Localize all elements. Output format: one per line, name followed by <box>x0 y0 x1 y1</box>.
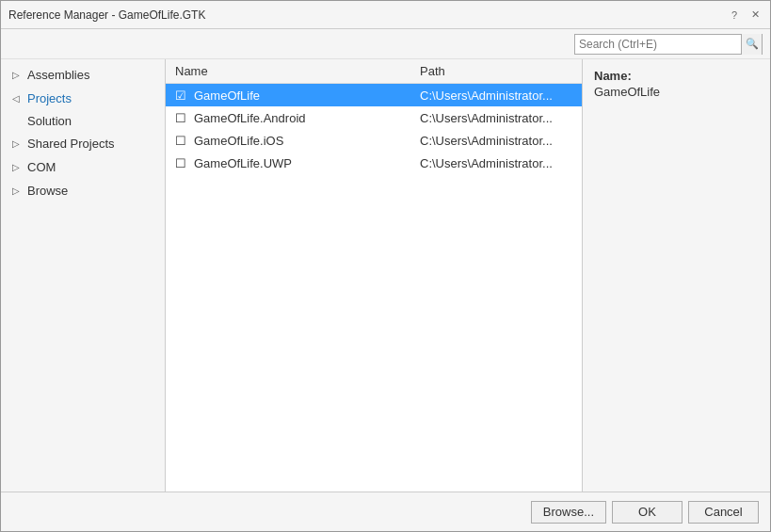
table-row[interactable]: ☐ GameOfLife.UWP C:\Users\Administrator.… <box>166 152 582 174</box>
browse-arrow-icon: ▷ <box>12 185 24 196</box>
sidebar-item-label: Shared Projects <box>27 137 115 151</box>
dialog-window: Reference Manager - GameOfLife.GTK ? ✕ 🔍… <box>0 0 771 532</box>
browse-button[interactable]: Browse... <box>531 501 606 524</box>
row-path-3: C:\Users\Administrator... <box>420 156 572 170</box>
row-path-1: C:\Users\Administrator... <box>420 111 572 125</box>
info-name-value: GameOfLife <box>594 85 759 99</box>
table-row[interactable]: ☑ GameOfLife C:\Users\Administrator... <box>166 84 582 106</box>
sidebar-item-label: Assemblies <box>27 68 89 82</box>
footer: Browse... OK Cancel <box>1 492 770 531</box>
sidebar-item-assemblies[interactable]: ▷ Assemblies <box>1 63 165 87</box>
sidebar-item-solution[interactable]: Solution <box>1 110 165 132</box>
table-header: Name Path <box>166 59 582 84</box>
search-icon[interactable]: 🔍 <box>741 34 762 55</box>
row-name-1: GameOfLife.Android <box>194 111 420 125</box>
content-area: Name Path ☑ GameOfLife C:\Users\Administ… <box>166 59 582 492</box>
table-body: ☑ GameOfLife C:\Users\Administrator... ☐… <box>166 84 582 492</box>
row-checkbox-3[interactable]: ☐ <box>175 156 194 170</box>
sidebar-item-browse[interactable]: ▷ Browse <box>1 179 165 202</box>
window-title: Reference Manager - GameOfLife.GTK <box>8 8 205 22</box>
com-arrow-icon: ▷ <box>12 162 24 172</box>
help-button[interactable]: ? <box>727 8 742 23</box>
sidebar-item-label: Solution <box>27 114 72 128</box>
sidebar: ▷ Assemblies ◁ Projects Solution ▷ Share… <box>1 59 166 492</box>
row-checkbox-2[interactable]: ☐ <box>175 134 194 148</box>
table-row[interactable]: ☐ GameOfLife.Android C:\Users\Administra… <box>166 106 582 129</box>
search-input[interactable] <box>575 36 741 53</box>
table-row[interactable]: ☐ GameOfLife.iOS C:\Users\Administrator.… <box>166 129 582 152</box>
sidebar-item-com[interactable]: ▷ COM <box>1 155 165 179</box>
row-name-2: GameOfLife.iOS <box>194 134 420 148</box>
row-path-0: C:\Users\Administrator... <box>420 89 572 103</box>
sidebar-item-label: COM <box>27 160 56 174</box>
sidebar-item-projects[interactable]: ◁ Projects <box>1 87 165 110</box>
assemblies-arrow-icon: ▷ <box>12 70 24 80</box>
info-panel: Name: GameOfLife <box>582 59 770 492</box>
sidebar-item-label: Browse <box>27 184 68 198</box>
sidebar-item-label: Projects <box>27 91 72 105</box>
search-box: 🔍 <box>574 34 763 55</box>
row-name-0: GameOfLife <box>194 89 420 103</box>
main-area: ▷ Assemblies ◁ Projects Solution ▷ Share… <box>1 59 770 492</box>
cancel-button[interactable]: Cancel <box>688 501 759 524</box>
sidebar-item-shared-projects[interactable]: ▷ Shared Projects <box>1 132 165 155</box>
close-button[interactable]: ✕ <box>747 8 763 23</box>
projects-arrow-icon: ◁ <box>12 93 24 104</box>
row-name-3: GameOfLife.UWP <box>194 156 420 170</box>
col-header-path: Path <box>420 64 572 78</box>
row-path-2: C:\Users\Administrator... <box>420 134 572 148</box>
title-bar: Reference Manager - GameOfLife.GTK ? ✕ <box>1 1 770 29</box>
title-controls: ? ✕ <box>727 8 763 23</box>
col-header-name: Name <box>175 64 420 78</box>
shared-projects-arrow-icon: ▷ <box>12 138 24 149</box>
info-name-label: Name: <box>594 69 759 83</box>
toolbar: 🔍 <box>1 29 770 59</box>
row-checkbox-1[interactable]: ☐ <box>175 111 194 125</box>
row-checkbox-0[interactable]: ☑ <box>175 89 194 103</box>
ok-button[interactable]: OK <box>612 501 683 524</box>
